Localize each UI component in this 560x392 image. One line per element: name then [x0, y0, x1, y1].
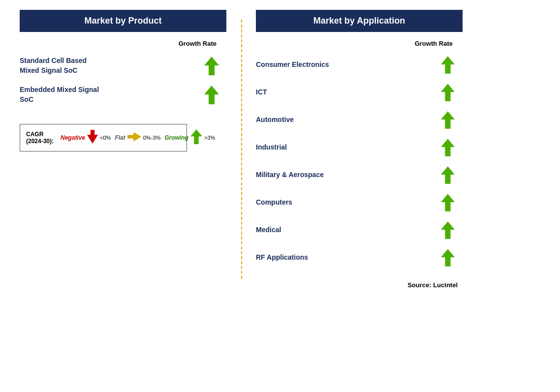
app-arrow-6 [433, 194, 463, 211]
source-text: Source: Lucintel [256, 281, 463, 289]
app-arrow-1 [433, 56, 463, 74]
app-label-5: Military & Aerospace [256, 170, 433, 180]
app-label-4: Industrial [256, 143, 433, 152]
app-row-6: Computers [256, 189, 463, 216]
product-label-2: Embedded Mixed SignalSoC [20, 85, 197, 104]
app-arrow-5 [433, 166, 463, 184]
legend-flat-range: 0%-3% [143, 135, 160, 141]
app-label-2: ICT [256, 88, 433, 97]
svg-marker-4 [190, 129, 202, 144]
app-row-8: RF Applications [256, 244, 463, 271]
left-panel: Market by Product Growth Rate Standard C… [20, 10, 226, 289]
svg-marker-11 [441, 221, 455, 239]
legend-flat-arrow [127, 131, 141, 144]
legend-negative-range: <0% [100, 135, 111, 141]
legend-negative-arrow [87, 130, 98, 146]
left-panel-header: Market by Product [20, 10, 226, 32]
svg-marker-10 [441, 194, 455, 211]
legend-growing-label: Growing [164, 134, 188, 141]
app-arrow-7 [433, 221, 463, 239]
legend-negative: Negative <0% [61, 130, 111, 146]
svg-marker-1 [204, 86, 219, 104]
svg-marker-0 [204, 57, 219, 75]
svg-marker-7 [441, 111, 455, 128]
legend-growing-range: >3% [204, 135, 215, 141]
svg-marker-9 [441, 166, 455, 183]
app-arrow-3 [433, 111, 463, 129]
left-growth-rate-label: Growth Rate [179, 40, 217, 47]
right-growth-rate-label: Growth Rate [415, 40, 453, 47]
app-row-4: Industrial [256, 134, 463, 161]
app-label-3: Automotive [256, 115, 433, 125]
legend-flat: Flat 0%-3% [115, 131, 160, 144]
product-label-1: Standard Cell BasedMixed Signal SoC [20, 56, 197, 75]
app-arrow-4 [433, 139, 463, 156]
app-row-7: Medical [256, 216, 463, 244]
app-label-1: Consumer Electronics [256, 60, 433, 70]
cagr-label: CAGR(2024-30): [26, 131, 54, 145]
legend-negative-label: Negative [61, 134, 85, 141]
legend-box: CAGR(2024-30): Negative <0% Flat [20, 124, 187, 151]
product-arrow-2 [197, 86, 226, 104]
svg-marker-12 [441, 249, 455, 266]
svg-marker-2 [87, 130, 98, 144]
legend-growing-arrow [190, 129, 202, 146]
svg-marker-5 [441, 56, 455, 73]
app-label-7: Medical [256, 225, 433, 235]
product-row-1: Standard Cell BasedMixed Signal SoC [20, 51, 226, 80]
app-row-5: Military & Aerospace [256, 161, 463, 189]
app-label-6: Computers [256, 198, 433, 208]
app-arrow-2 [433, 84, 463, 101]
svg-marker-6 [441, 84, 455, 101]
vertical-divider [241, 20, 242, 279]
right-panel-header: Market by Application [256, 10, 463, 32]
app-row-2: ICT [256, 79, 463, 106]
legend-growing: Growing >3% [164, 129, 215, 146]
app-row-1: Consumer Electronics [256, 51, 463, 79]
svg-marker-3 [127, 132, 141, 142]
svg-marker-8 [441, 139, 455, 156]
app-arrow-8 [433, 249, 463, 267]
right-panel: Market by Application Growth Rate Consum… [256, 10, 463, 289]
app-label-8: RF Applications [256, 253, 433, 263]
product-row-2: Embedded Mixed SignalSoC [20, 80, 226, 109]
legend-flat-label: Flat [115, 134, 125, 141]
product-arrow-1 [197, 57, 226, 75]
app-row-3: Automotive [256, 106, 463, 134]
